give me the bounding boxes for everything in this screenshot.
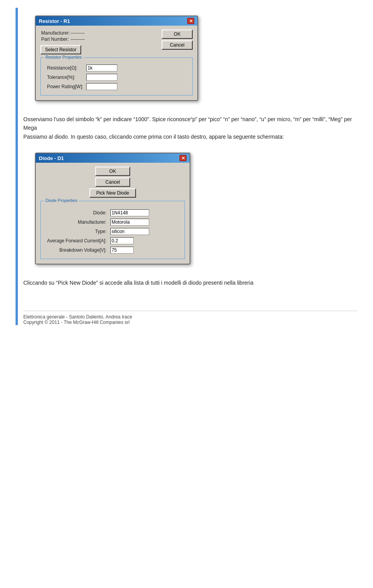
- power-rating-label: Power Rating[W]:: [45, 82, 85, 91]
- diode-properties-legend: Diode Properties: [44, 198, 79, 203]
- resistor-dialog: Resistor - R1 ✕ Manufacturer: ---------: [35, 16, 198, 101]
- footer: Elettronica generale - Santolo Daliento,…: [23, 311, 357, 325]
- footer-line2: Copyright © 2011 - The McGraw-Hill Compa…: [23, 320, 357, 325]
- diode-dialog-body: OK Cancel Pick New Diode Diode Propertie…: [36, 163, 190, 264]
- diode-ok-button[interactable]: OK: [95, 167, 130, 176]
- diode-dialog-screenshot: Diode - D1 ✕ OK Cancel Pick New Diode Di…: [35, 153, 190, 264]
- tolerance-input[interactable]: [86, 74, 117, 81]
- resistor-info: Manufacturer: --------- Part Number: ---…: [40, 30, 85, 54]
- resistor-dialog-titlebar: Resistor - R1 ✕: [36, 16, 197, 26]
- avg-forward-current-label: Average Forward Current[A]:: [45, 236, 109, 245]
- manufacturer-value: ---------: [71, 30, 85, 36]
- diode-properties-group: Diode Properties Diode: Manufacturer:: [40, 201, 185, 259]
- resistor-dialog-screenshot: Resistor - R1 ✕ Manufacturer: ---------: [35, 16, 198, 101]
- avg-forward-current-input[interactable]: [110, 237, 134, 244]
- diode-manufacturer-input[interactable]: [110, 219, 149, 226]
- diode-type-label: Type:: [45, 227, 109, 236]
- diode-label: Diode:: [45, 208, 109, 217]
- diode-fields: Diode: Manufacturer: Type:: [45, 208, 180, 255]
- diode-dialog: Diode - D1 ✕ OK Cancel Pick New Diode Di…: [35, 153, 190, 264]
- resistor-close-button[interactable]: ✕: [187, 18, 194, 24]
- footer-line1: Elettronica generale - Santolo Daliento,…: [23, 314, 357, 320]
- breakdown-voltage-input[interactable]: [110, 247, 134, 254]
- resistance-input[interactable]: [86, 64, 117, 71]
- diode-type-input[interactable]: [110, 228, 149, 235]
- resistor-dialog-buttons: OK Cancel: [162, 30, 193, 50]
- select-resistor-button[interactable]: Select Resistor: [40, 45, 81, 54]
- part-number-label: Part Number:: [41, 37, 70, 42]
- part-number-value: ---------: [71, 37, 85, 42]
- diode-manufacturer-label: Manufacturer:: [45, 217, 109, 227]
- power-rating-input[interactable]: [86, 83, 117, 90]
- resistor-ok-button[interactable]: OK: [162, 30, 193, 39]
- body-text-1: Osserviamo l’uso del simbolo “k” per ind…: [23, 115, 357, 141]
- diode-dialog-title: Diode - D1: [39, 155, 64, 161]
- resistor-top-section: Manufacturer: --------- Part Number: ---…: [40, 30, 193, 54]
- resistor-properties-legend: Resistor Properties: [44, 55, 84, 59]
- diode-input[interactable]: [110, 209, 149, 216]
- pick-new-diode-button[interactable]: Pick New Diode: [89, 188, 136, 198]
- body-text-3: Cliccando su “Pick New Diode” si accede …: [23, 278, 357, 287]
- resistance-label: Resistance[Ω]:: [45, 63, 85, 73]
- resistor-dialog-body: Manufacturer: --------- Part Number: ---…: [36, 26, 197, 100]
- resistor-properties-group: Resistor Properties Resistance[Ω]: Toler…: [40, 57, 193, 96]
- left-bar: [16, 8, 18, 325]
- diode-close-button[interactable]: ✕: [180, 155, 186, 161]
- diode-dialog-titlebar: Diode - D1 ✕: [36, 153, 190, 163]
- resistor-dialog-title: Resistor - R1: [39, 18, 70, 24]
- resistor-fields: Resistance[Ω]: Tolerance[%]: Power Ratin…: [45, 63, 188, 91]
- manufacturer-label: Manufacturer:: [41, 30, 70, 36]
- resistor-cancel-button[interactable]: Cancel: [162, 40, 193, 50]
- diode-cancel-button[interactable]: Cancel: [95, 177, 130, 187]
- tolerance-label: Tolerance[%]:: [45, 73, 85, 82]
- breakdown-voltage-label: Breakdown Voltage[V]:: [45, 245, 109, 255]
